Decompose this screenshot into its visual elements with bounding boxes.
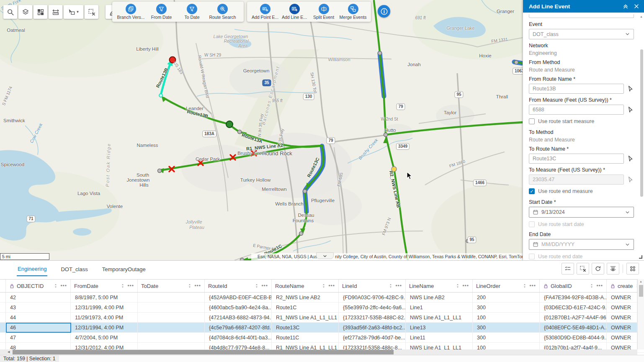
clear-selection-button[interactable] xyxy=(577,263,589,275)
cell-globalid[interactable]: {012B70B1-A2F7-4A4F-96... xyxy=(540,313,607,322)
cell-routeid[interactable]: {4600abc5-ba90-4e24-8a... xyxy=(205,303,272,312)
cell-lineorder[interactable]: 100 xyxy=(473,313,540,322)
table-horizontal-scrollbar[interactable]: ◀ xyxy=(0,349,637,355)
cell-linename[interactable]: NWS Line AB2 xyxy=(406,293,473,302)
route-search-button[interactable]: Route Search xyxy=(207,4,238,20)
cell-routeid[interactable]: {452A9ABD-E0EF-4CEB-B... xyxy=(205,293,272,302)
cell-globalid[interactable]: {53080D9D-ED8B-4044-9... xyxy=(540,333,607,342)
panel-scroll-up-arrow[interactable]: ▲ xyxy=(640,15,643,18)
tab-engineering[interactable]: Engineering xyxy=(17,262,47,276)
cell-fromdate[interactable]: 11/29/1973, 4:00 PM xyxy=(71,313,138,322)
cell-fromdate[interactable]: 12/31/1999, 4:00 PM xyxy=(71,303,138,312)
cell-fromdate[interactable]: 12/31/1994, 4:00 PM xyxy=(71,323,138,332)
pick-to-measure-on-map-button[interactable] xyxy=(627,176,634,183)
end-date-picker[interactable]: MM/DD/YYYY xyxy=(529,239,634,250)
to-date-button[interactable]: To Date xyxy=(177,4,207,20)
cell-objectid[interactable]: 44 xyxy=(6,313,71,322)
start-date-picker[interactable]: 9/13/2024 xyxy=(529,207,634,218)
cell-routename[interactable]: R2_NWS Line AB2 xyxy=(272,293,339,302)
cell-routename[interactable]: Route1C xyxy=(272,303,339,312)
branch-vers-button[interactable]: Branch Vers... xyxy=(116,4,146,20)
scroll-up-arrow[interactable]: ▲ xyxy=(639,280,642,283)
refresh-button[interactable] xyxy=(592,263,604,275)
sort-icon[interactable] xyxy=(455,283,460,288)
map-view[interactable]: OatmealLiberty HillSmithwickNamelessSpic… xyxy=(0,0,523,260)
use-route-end-measure-checkbox[interactable]: ✓ xyxy=(529,188,535,194)
column-menu-icon[interactable]: ••• xyxy=(60,283,67,289)
cell-linename[interactable]: Line1 xyxy=(406,303,473,312)
tool-layers-button[interactable] xyxy=(18,5,32,19)
use-route-start-measure-checkbox[interactable] xyxy=(529,118,535,124)
cell-globalid[interactable]: {03D6EC3D-61E7-424C-9... xyxy=(540,303,607,312)
column-header-todate[interactable]: ToDate••• xyxy=(138,280,205,292)
column-header-lineorder[interactable]: LineOrder••• xyxy=(473,280,540,292)
cell-todate[interactable] xyxy=(138,303,205,312)
add-point-e-button[interactable]: Add Point E... xyxy=(250,4,280,20)
sort-icon[interactable] xyxy=(522,283,527,288)
column-menu-icon[interactable]: ••• xyxy=(529,283,536,289)
info-button[interactable] xyxy=(378,5,390,18)
cell-objectid[interactable]: 43 xyxy=(6,303,71,312)
cell-objectid[interactable]: 47 xyxy=(6,333,71,342)
cell-linename[interactable]: NWS Line A1_L1_LL1 xyxy=(406,313,473,322)
cell-globalid[interactable]: {0408E0FC-5E49-48D1-A... xyxy=(540,323,607,332)
pick-from-route-on-map-button[interactable] xyxy=(627,85,634,92)
cell-fromdate[interactable]: 8/8/1987, 5:00 PM xyxy=(71,293,138,302)
cell-objectid[interactable]: 42 xyxy=(6,293,71,302)
cell-routeid[interactable]: {4d7084c8-6cf4-40f1-ba3... xyxy=(205,333,272,342)
cell-linename[interactable]: Line11 xyxy=(406,333,473,342)
add-line-e-button[interactable]: Add Line E... xyxy=(280,4,309,20)
column-header-linename[interactable]: LineName••• xyxy=(406,280,473,292)
cell-routename[interactable]: Route11C xyxy=(272,333,339,342)
cell-create[interactable]: OWNER xyxy=(607,313,637,322)
pick-from-measure-on-map-button[interactable] xyxy=(627,106,634,113)
column-menu-icon[interactable]: ••• xyxy=(462,283,469,289)
table-row[interactable]: 4411/29/1973, 4:00 PM{47214AB3-6882-4873… xyxy=(0,313,644,323)
cell-todate[interactable] xyxy=(138,293,205,302)
column-header-fromdate[interactable]: FromDate••• xyxy=(71,280,138,292)
cell-lineid[interactable]: {FD90A03C-9706-42BC-9... xyxy=(339,293,406,302)
cell-create[interactable]: OWNER xyxy=(607,303,637,312)
table-row[interactable]: 428/8/1987, 5:00 PM{452A9ABD-E0EF-4CEB-B… xyxy=(0,293,644,303)
cell-lineid[interactable]: {ef277a28-79d6-40d7-be... xyxy=(339,333,406,342)
scroll-left-arrow[interactable]: ◀ xyxy=(8,350,10,354)
column-menu-icon[interactable]: ••• xyxy=(194,283,201,289)
pick-to-route-on-map-button[interactable] xyxy=(627,155,634,162)
cell-create[interactable]: OWNER xyxy=(607,293,637,302)
cell-routename[interactable]: R1_NWS Line A1_L1_LL1 xyxy=(272,313,339,322)
cell-routeid[interactable]: {4c5e79a6-6687-4207-8fd... xyxy=(205,323,272,332)
from-date-button[interactable]: From Date xyxy=(146,4,177,20)
sort-icon[interactable] xyxy=(254,283,259,288)
cell-globalid[interactable]: {FA47E394-92F8-4D3B-A... xyxy=(540,293,607,302)
cell-routeid[interactable]: {47214AB3-6882-4873-94... xyxy=(205,313,272,322)
from-measure-input[interactable]: 6588 xyxy=(529,105,624,115)
tool-measure-button[interactable] xyxy=(49,5,62,19)
cell-create[interactable]: OWNER xyxy=(607,333,637,342)
column-menu-icon[interactable]: ••• xyxy=(261,283,268,289)
to-route-name-input[interactable]: Route13C xyxy=(529,154,624,164)
column-menu-icon[interactable]: ••• xyxy=(395,283,402,289)
cell-lineid[interactable]: {17233217-535B-488C-82... xyxy=(339,313,406,322)
column-header-objectid[interactable]: OBJECTID••• xyxy=(6,280,71,292)
horizontal-scrollbar-thumb[interactable] xyxy=(13,350,394,354)
column-header-lineid[interactable]: LineId••• xyxy=(339,280,406,292)
sort-icon[interactable] xyxy=(53,283,58,288)
from-route-name-input[interactable]: Route13B xyxy=(529,84,624,94)
sort-icon[interactable] xyxy=(321,283,326,288)
cell-routename[interactable]: Route13C xyxy=(272,323,339,332)
close-panel-button[interactable] xyxy=(633,3,640,10)
table-row[interactable]: 474/7/2004, 5:00 PM{4d7084c8-6cf4-40f1-b… xyxy=(0,333,644,343)
cell-lineid[interactable]: {393ad56f-2a63-48fd-bc2... xyxy=(339,323,406,332)
collapse-panel-button[interactable] xyxy=(622,3,629,10)
sort-icon[interactable] xyxy=(187,283,192,288)
cell-linename[interactable]: Line13 xyxy=(406,323,473,332)
cell-todate[interactable] xyxy=(138,313,205,322)
cell-lineorder[interactable]: 300 xyxy=(473,323,540,332)
panel-scrollbar-thumb[interactable] xyxy=(640,49,643,197)
columns-eye-button[interactable] xyxy=(607,263,619,275)
cell-todate[interactable] xyxy=(138,323,205,332)
split-event-button[interactable]: Split Event xyxy=(309,4,338,20)
sort-icon[interactable] xyxy=(589,283,594,288)
event-select[interactable]: DOT_class xyxy=(529,29,634,39)
cell-lineorder[interactable]: 300 xyxy=(473,333,540,342)
